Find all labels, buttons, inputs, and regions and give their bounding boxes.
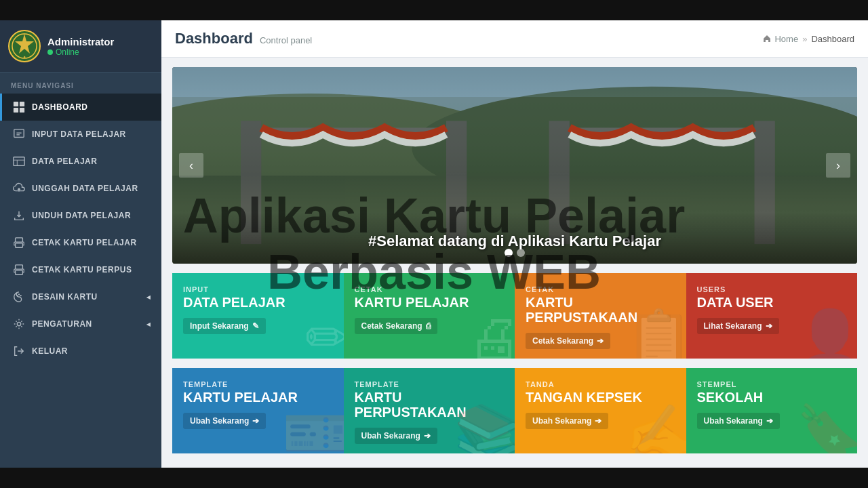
top-black-bar — [0, 0, 868, 20]
card-template-perpus[interactable]: TEMPLATE KARTU PERPUSTAKAAN Ubah Sekaran… — [344, 368, 515, 453]
sidebar-item-input-data-pelajar[interactable]: INPUT DATA PELAJAR — [0, 121, 161, 148]
card-perpus-bg-icon: 📋 — [625, 311, 686, 359]
card-tmpl-pelajar-action[interactable]: Ubah Sekarang ➔ — [183, 413, 266, 429]
svg-rect-16 — [16, 265, 23, 269]
arrow-right4-icon: ➔ — [424, 431, 431, 441]
user-status: Online — [47, 47, 114, 57]
sidebar-item-unduh-data-pelajar[interactable]: UNDUH DATA PELAJAR — [0, 202, 161, 229]
card-tmpl-pelajar-bg-icon: 🎫 — [283, 406, 344, 453]
download-icon — [13, 209, 25, 222]
carousel-caption: #Selamat datang di Aplikasi Kartu Pelaja… — [368, 232, 661, 250]
arrow-right-icon: ➔ — [597, 336, 604, 346]
card-cetak-kartu-pelajar[interactable]: CETAK KARTU PELAJAR Cetak Sekarang ⎙ 🖨 — [344, 273, 515, 359]
svg-rect-17 — [16, 270, 23, 274]
arrow-right6-icon: ➔ — [766, 416, 773, 426]
user-info: Administrator Online — [47, 36, 114, 57]
sidebar-item-unggah-data-pelajar[interactable]: UNGGAH DATA PELAJAR — [0, 175, 161, 202]
page-title-area: Dashboard Control panel — [175, 30, 312, 47]
sidebar-item-pengaturan[interactable]: PENGATURAN ◂ — [0, 310, 161, 338]
card-stempel-top-label: STEMPEL — [697, 380, 847, 388]
carousel: ‹ › #Selamat datang di Aplikasi Kartu Pe… — [172, 67, 857, 264]
arrow-right5-icon: ➔ — [595, 416, 601, 426]
sidebar-nav: DASHBOARD INPUT DATA PELAJAR DATA PELAJA… — [0, 94, 161, 365]
main-content: Dashboard Control panel Home » Dashboard — [161, 20, 868, 468]
grid-icon — [13, 101, 25, 113]
school-logo-icon: ✦ — [8, 30, 41, 62]
sidebar-item-dashboard[interactable]: DASHBOARD — [0, 94, 161, 121]
top-header: Dashboard Control panel Home » Dashboard — [161, 20, 868, 58]
carousel-indicator-1[interactable] — [505, 249, 513, 257]
sidebar-item-cetak-kartu-perpus[interactable]: CETAK KARTU PERPUS — [0, 256, 161, 283]
breadcrumb-dashboard: Dashboard — [811, 34, 854, 44]
cloud-upload-icon — [13, 182, 25, 195]
sidebar-item-desain-kartu[interactable]: DESAIN KARTU ◂ — [0, 283, 161, 310]
sidebar-item-cetak-kartu-pelajar[interactable]: CETAK KARTU PELAJAR — [0, 229, 161, 256]
page-subtitle: Control panel — [260, 35, 312, 45]
svg-rect-5 — [20, 102, 24, 106]
card-tanda-bg-icon: ✍ — [625, 406, 686, 453]
svg-rect-4 — [14, 102, 18, 106]
card-cetak-top-label: CETAK — [355, 285, 505, 293]
status-dot-icon — [47, 49, 53, 55]
arrow-right2-icon: ➔ — [766, 321, 772, 331]
print-icon — [13, 237, 25, 249]
svg-point-20 — [18, 293, 20, 295]
content-area: ‹ › #Selamat datang di Aplikasi Kartu Pe… — [161, 58, 868, 468]
carousel-next-button[interactable]: › — [826, 153, 850, 178]
card-users-top-label: USERS — [697, 285, 847, 293]
nav-section-label: MENU NAVIGASI — [0, 73, 161, 94]
card-tmpl-perpus-action[interactable]: Ubah Sekarang ➔ — [355, 428, 437, 444]
page-title: Dashboard — [175, 30, 253, 47]
svg-point-18 — [16, 295, 18, 296]
desain-kartu-arrow-icon: ◂ — [146, 293, 151, 302]
card-perpus-action[interactable]: Cetak Sekarang ➔ — [526, 333, 610, 349]
sidebar: ✦ Administrator Online MENU NAVIGASI DAS… — [0, 20, 161, 468]
edit-icon: ✎ — [252, 321, 259, 331]
card-users[interactable]: USERS DATA USER Lihat Sekarang ➔ 👤 — [686, 273, 858, 359]
card-tanda-top-label: TANDA — [526, 380, 675, 388]
upload-icon — [13, 128, 25, 140]
palette-icon — [13, 291, 25, 303]
print2-icon — [13, 264, 25, 276]
sidebar-header: ✦ Administrator Online — [0, 20, 161, 73]
breadcrumb: Home » Dashboard — [762, 34, 854, 44]
breadcrumb-separator: » — [802, 34, 807, 44]
svg-rect-6 — [14, 108, 18, 113]
card-stempel-bg-icon: 🔖 — [796, 406, 857, 453]
card-tanda-action[interactable]: Ubah Sekarang ➔ — [526, 413, 608, 429]
settings-icon — [13, 318, 25, 330]
logout-icon — [13, 345, 25, 357]
card-stempel[interactable]: STEMPEL SEKOLAH Ubah Sekarang ➔ 🔖 — [686, 368, 858, 453]
card-users-bg-icon: 👤 — [796, 311, 857, 359]
svg-point-21 — [17, 322, 20, 325]
card-tmpl-pelajar-top-label: TEMPLATE — [183, 380, 333, 388]
card-input-bg-icon: ✏ — [305, 311, 344, 359]
action-cards-row1: INPUT DATA PELAJAR Input Sekarang ✎ ✏ CE… — [172, 273, 857, 359]
card-cetak-action[interactable]: Cetak Sekarang ⎙ — [355, 318, 437, 334]
action-cards-row2: TEMPLATE KARTU PELAJAR Ubah Sekarang ➔ 🎫… — [172, 368, 857, 453]
card-perpus-top-label: CETAK — [526, 285, 675, 293]
arrow-right3-icon: ➔ — [252, 416, 259, 426]
card-tmpl-perpus-bg-icon: 📚 — [454, 406, 515, 453]
pengaturan-arrow-icon: ◂ — [146, 320, 151, 329]
table-icon — [13, 155, 25, 167]
carousel-indicator-2[interactable] — [517, 249, 525, 257]
card-tanda-tangan[interactable]: TANDA TANGAN KEPSEK Ubah Sekarang ➔ ✍ — [515, 368, 686, 453]
svg-rect-7 — [20, 108, 24, 113]
breadcrumb-home[interactable]: Home — [762, 34, 798, 44]
carousel-indicators — [505, 249, 525, 257]
bottom-black-bar — [0, 468, 868, 488]
print2-icon: ⎙ — [426, 321, 431, 331]
card-users-action[interactable]: Lihat Sekarang ➔ — [697, 318, 779, 334]
carousel-prev-button[interactable]: ‹ — [179, 153, 203, 178]
card-cetak-kartu-perpustakaan[interactable]: CETAK KARTU PERPUSTAKAAN Cetak Sekarang … — [515, 273, 686, 359]
card-input-data-pelajar[interactable]: INPUT DATA PELAJAR Input Sekarang ✎ ✏ — [172, 273, 344, 359]
card-tmpl-perpus-top-label: TEMPLATE — [355, 380, 505, 388]
card-template-pelajar[interactable]: TEMPLATE KARTU PELAJAR Ubah Sekarang ➔ 🎫 — [172, 368, 344, 453]
card-input-action[interactable]: Input Sekarang ✎ — [183, 318, 266, 334]
svg-point-19 — [20, 295, 22, 296]
card-stempel-action[interactable]: Ubah Sekarang ➔ — [697, 413, 780, 429]
sidebar-item-data-pelajar[interactable]: DATA PELAJAR — [0, 148, 161, 175]
sidebar-item-keluar[interactable]: KELUAR — [0, 338, 161, 365]
card-input-top-label: INPUT — [183, 285, 333, 293]
